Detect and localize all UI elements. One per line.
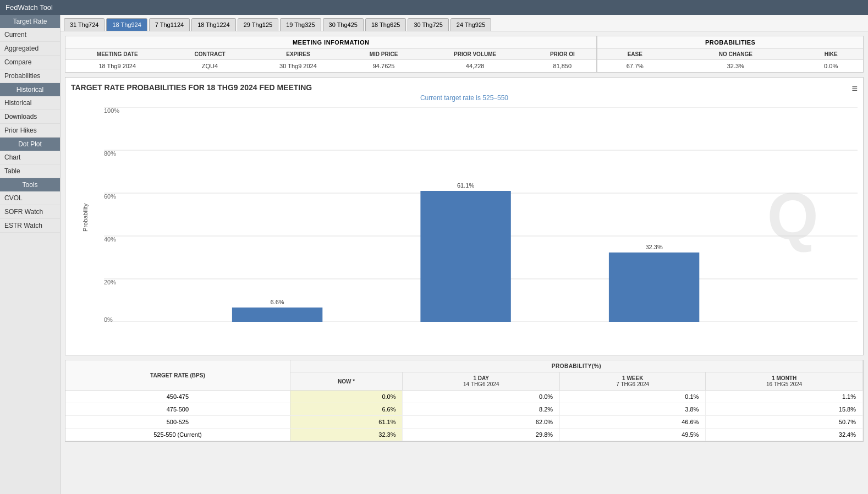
now-500-525: 61.1% xyxy=(290,416,403,429)
probabilities-table: EASE NO CHANGE HIKE 67.7% 32.3% 0.0% xyxy=(597,49,863,72)
sidebar-item-chart[interactable]: Chart xyxy=(0,151,60,164)
svg-text:0%: 0% xyxy=(104,316,113,322)
app-title: FedWatch Tool xyxy=(6,3,53,12)
tab-7thg1124[interactable]: 7 Thg1124 xyxy=(149,18,190,31)
meeting-info-header: MEETING INFORMATION xyxy=(65,36,596,49)
bar-525-550 xyxy=(609,253,699,322)
now-450-475: 0.0% xyxy=(290,391,403,403)
svg-text:40%: 40% xyxy=(104,236,116,243)
col-contract: CONTRACT xyxy=(169,49,251,60)
tab-30thg725[interactable]: 30 Thg725 xyxy=(408,18,448,31)
svg-text:100%: 100% xyxy=(104,107,119,114)
svg-text:Q: Q xyxy=(767,179,818,253)
sidebar-item-estr-watch[interactable]: ESTR Watch xyxy=(0,219,60,233)
sidebar-item-cvol[interactable]: CVOL xyxy=(0,191,60,205)
week1-500-525: 46.6% xyxy=(560,416,706,429)
sidebar-dot-plot-header[interactable]: Dot Plot xyxy=(0,138,60,151)
rate-500-525: 500-525 xyxy=(65,416,290,429)
meeting-date-value: 18 Thg9 2024 xyxy=(65,60,169,73)
titlebar: FedWatch Tool xyxy=(0,0,868,15)
sidebar-item-aggregated[interactable]: Aggregated xyxy=(0,42,60,56)
meeting-info-row: 18 Thg9 2024 ZQU4 30 Thg9 2024 94.7625 4… xyxy=(65,60,596,73)
day1-475-500: 8.2% xyxy=(403,403,560,416)
sidebar-item-historical[interactable]: Historical xyxy=(0,96,60,110)
tab-bar: 31 Thg724 18 Thg924 7 Thg1124 18 Thg1224… xyxy=(61,15,868,31)
chart-title: TARGET RATE PROBABILITIES FOR 18 THG9 20… xyxy=(71,83,858,92)
prob-table: TARGET RATE (BPS) PROBABILITY(%) NOW * 1… xyxy=(65,360,863,441)
now-525-550: 32.3% xyxy=(290,429,403,441)
chart-subtitle: Current target rate is 525–550 xyxy=(71,94,858,102)
rate-475-500: 475-500 xyxy=(65,403,290,416)
probabilities-header: PROBABILITIES xyxy=(597,36,863,49)
bar-475-500 xyxy=(232,308,322,322)
table-row: 500-525 61.1% 62.0% 46.6% 50.7% xyxy=(65,416,863,429)
sidebar-item-prior-hikes[interactable]: Prior Hikes xyxy=(0,124,60,138)
chart-area: 100% 80% 60% 40% 20% 0% xyxy=(104,107,858,322)
prob-row: 67.7% 32.3% 0.0% xyxy=(597,60,863,73)
rate-525-550-current: 525-550 (Current) xyxy=(65,429,290,441)
chart-svg: 100% 80% 60% 40% 20% 0% xyxy=(104,107,858,322)
sidebar-item-downloads[interactable]: Downloads xyxy=(0,110,60,124)
svg-text:80%: 80% xyxy=(104,150,116,157)
tab-19thg325[interactable]: 19 Thg325 xyxy=(280,18,321,31)
svg-text:32.3%: 32.3% xyxy=(645,244,662,250)
col-meeting-date: MEETING DATE xyxy=(65,49,169,60)
bar-500-525 xyxy=(420,191,510,322)
week1-450-475: 0.1% xyxy=(560,391,706,403)
sidebar-item-sofr-watch[interactable]: SOFR Watch xyxy=(0,205,60,219)
prior-oi-value: 81,850 xyxy=(528,60,596,73)
tab-31thg724[interactable]: 31 Thg724 xyxy=(64,18,105,31)
col-now: NOW * xyxy=(290,372,403,391)
probabilities-section: PROBABILITIES EASE NO CHANGE HIKE xyxy=(596,36,863,72)
info-panel: MEETING INFORMATION MEETING DATE CONTRAC… xyxy=(65,36,864,73)
day1-450-475: 0.0% xyxy=(403,391,560,403)
col-1day: 1 DAY 14 THG6 2024 xyxy=(403,372,560,391)
y-axis-label: Probability xyxy=(82,204,89,232)
sidebar-target-rate-header[interactable]: Target Rate xyxy=(0,15,60,28)
prob-table-panel: TARGET RATE (BPS) PROBABILITY(%) NOW * 1… xyxy=(65,360,864,442)
sidebar-item-current[interactable]: Current xyxy=(0,28,60,42)
day1-500-525: 62.0% xyxy=(403,416,560,429)
col-1month: 1 MONTH 16 THG5 2024 xyxy=(706,372,863,391)
sidebar-tools-header[interactable]: Tools xyxy=(0,178,60,191)
tab-18thg625[interactable]: 18 Thg625 xyxy=(365,18,406,31)
prior-volume-value: 44,228 xyxy=(422,60,529,73)
sidebar-item-probabilities[interactable]: Probabilities xyxy=(0,69,60,83)
hike-value: 0.0% xyxy=(799,60,863,73)
sidebar-historical-header[interactable]: Historical xyxy=(0,83,60,96)
table-row: 525-550 (Current) 32.3% 29.8% 49.5% 32.4… xyxy=(65,429,863,441)
week1-475-500: 3.8% xyxy=(560,403,706,416)
col-expires: EXPIRES xyxy=(250,49,345,60)
chart-menu-icon[interactable]: ≡ xyxy=(851,83,858,95)
col-ease: EASE xyxy=(597,49,672,60)
tab-18thg924[interactable]: 18 Thg924 xyxy=(106,18,147,31)
svg-text:20%: 20% xyxy=(104,279,116,286)
col-1week: 1 WEEK 7 THG6 2024 xyxy=(560,372,706,391)
week1-525-550: 49.5% xyxy=(560,429,706,441)
sidebar-item-compare[interactable]: Compare xyxy=(0,56,60,69)
svg-text:6.6%: 6.6% xyxy=(271,299,284,305)
month1-450-475: 1.1% xyxy=(706,391,863,403)
tab-30thg425[interactable]: 30 Thg425 xyxy=(323,18,364,31)
tab-18thg1224[interactable]: 18 Thg1224 xyxy=(191,18,236,31)
meeting-info-table: MEETING DATE CONTRACT EXPIRES MID PRICE … xyxy=(65,49,596,72)
chart-container: Probability 100% 80% 60% xyxy=(71,107,858,349)
contract-value: ZQU4 xyxy=(169,60,251,73)
sidebar-item-table[interactable]: Table xyxy=(0,164,60,178)
prob-table-rate-header: TARGET RATE (BPS) xyxy=(65,360,290,391)
tab-24thg925[interactable]: 24 Thg925 xyxy=(451,18,491,31)
tab-29thg125[interactable]: 29 Thg125 xyxy=(238,18,278,31)
col-mid-price: MID PRICE xyxy=(345,49,421,60)
month1-475-500: 15.8% xyxy=(706,403,863,416)
sidebar: Target Rate Current Aggregated Compare P… xyxy=(0,15,61,494)
col-prior-volume: PRIOR VOLUME xyxy=(422,49,529,60)
svg-text:60%: 60% xyxy=(104,193,116,200)
mid-price-value: 94.7625 xyxy=(345,60,421,73)
ease-value: 67.7% xyxy=(597,60,672,73)
month1-525-550: 32.4% xyxy=(706,429,863,441)
col-prior-oi: PRIOR OI xyxy=(528,49,596,60)
rate-450-475: 450-475 xyxy=(65,391,290,403)
day1-525-550: 29.8% xyxy=(403,429,560,441)
chart-panel: TARGET RATE PROBABILITIES FOR 18 THG9 20… xyxy=(65,77,864,355)
now-475-500: 6.6% xyxy=(290,403,403,416)
